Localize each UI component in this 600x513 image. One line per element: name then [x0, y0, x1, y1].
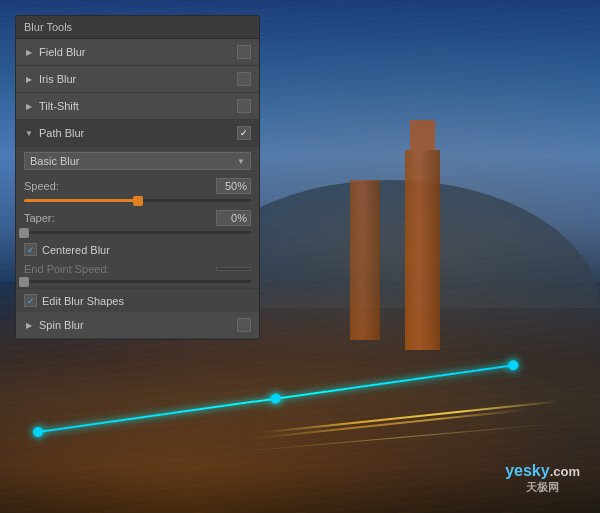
- blur-type-select[interactable]: Basic Blur ▼: [24, 152, 251, 170]
- taper-slider-track[interactable]: [24, 231, 251, 234]
- tilt-shift-arrow: ▶: [24, 101, 34, 111]
- blur-type-row: Basic Blur ▼: [16, 147, 259, 175]
- path-blur-label: Path Blur: [39, 127, 237, 139]
- endpoint-speed-row: End Point Speed:: [16, 260, 259, 278]
- spin-blur-label: Spin Blur: [39, 319, 237, 331]
- endpoint-slider-container: [16, 278, 259, 288]
- taper-value[interactable]: 0%: [216, 210, 251, 226]
- spin-blur-checkbox[interactable]: [237, 318, 251, 332]
- edit-blur-shapes-row: Edit Blur Shapes: [16, 288, 259, 312]
- edit-blur-shapes-checkbox[interactable]: [24, 294, 37, 307]
- tilt-shift-checkbox[interactable]: [237, 99, 251, 113]
- taper-slider-container: [16, 229, 259, 239]
- tilt-shift-item[interactable]: ▶ Tilt-Shift: [16, 93, 259, 120]
- centered-blur-row: Centered Blur: [16, 239, 259, 260]
- centered-blur-checkbox[interactable]: [24, 243, 37, 256]
- spin-blur-item[interactable]: ▶ Spin Blur: [16, 312, 259, 339]
- endpoint-slider-thumb[interactable]: [19, 277, 29, 287]
- speed-row: Speed: 50%: [16, 175, 259, 197]
- field-blur-item[interactable]: ▶ Field Blur: [16, 39, 259, 66]
- iris-blur-item[interactable]: ▶ Iris Blur: [16, 66, 259, 93]
- path-blur-header[interactable]: ▼ Path Blur: [16, 120, 259, 147]
- blur-type-value: Basic Blur: [30, 155, 80, 167]
- endpoint-speed-value[interactable]: [216, 267, 251, 271]
- spin-blur-arrow: ▶: [24, 320, 34, 330]
- watermark: yesky.com 天极网: [505, 462, 580, 495]
- taper-label: Taper:: [24, 212, 69, 224]
- field-blur-arrow: ▶: [24, 47, 34, 57]
- field-blur-checkbox[interactable]: [237, 45, 251, 59]
- path-blur-checkbox[interactable]: [237, 126, 251, 140]
- panel-title: Blur Tools: [24, 21, 72, 33]
- blur-tools-panel: Blur Tools ▶ Field Blur ▶ Iris Blur ▶ Ti…: [15, 15, 260, 340]
- path-blur-arrow: ▼: [24, 128, 34, 138]
- speed-label: Speed:: [24, 180, 69, 192]
- speed-slider-track[interactable]: [24, 199, 251, 202]
- select-arrow-icon: ▼: [237, 157, 245, 166]
- speed-slider-container: [16, 197, 259, 207]
- endpoint-slider-track[interactable]: [24, 280, 251, 283]
- centered-blur-label: Centered Blur: [42, 244, 251, 256]
- endpoint-speed-label: End Point Speed:: [24, 263, 216, 275]
- edit-blur-shapes-label: Edit Blur Shapes: [42, 295, 124, 307]
- path-blur-content: Basic Blur ▼ Speed: 50% Taper: 0%: [16, 147, 259, 312]
- speed-slider-fill: [24, 199, 138, 202]
- speed-value[interactable]: 50%: [216, 178, 251, 194]
- watermark-logo: yesky.com: [505, 462, 580, 480]
- tilt-shift-label: Tilt-Shift: [39, 100, 237, 112]
- iris-blur-checkbox[interactable]: [237, 72, 251, 86]
- watermark-sub: 天极网: [505, 480, 580, 495]
- field-blur-label: Field Blur: [39, 46, 237, 58]
- speed-slider-thumb[interactable]: [133, 196, 143, 206]
- iris-blur-arrow: ▶: [24, 74, 34, 84]
- panel-header: Blur Tools: [16, 16, 259, 39]
- iris-blur-label: Iris Blur: [39, 73, 237, 85]
- taper-row: Taper: 0%: [16, 207, 259, 229]
- taper-slider-thumb[interactable]: [19, 228, 29, 238]
